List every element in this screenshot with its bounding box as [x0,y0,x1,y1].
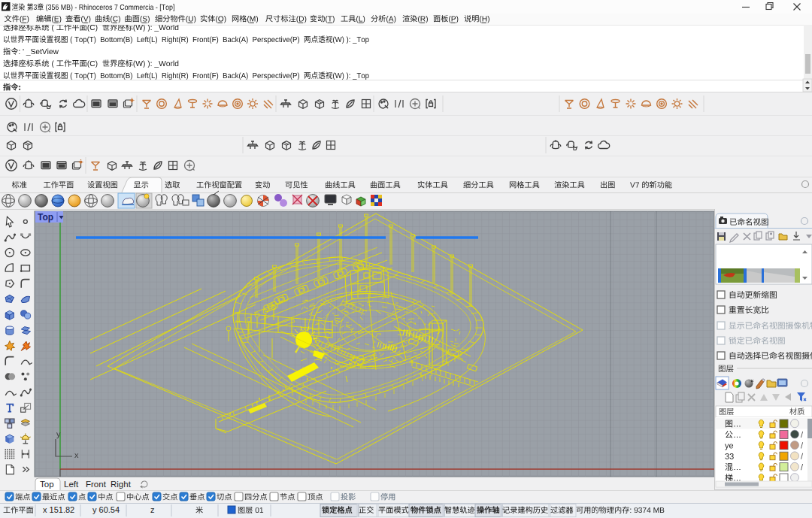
svg-text:Top: Top [40,480,54,489]
svg-text:Top: Top [38,212,53,223]
svg-text:z: z [150,505,155,514]
svg-text:Left: Left [64,480,79,489]
svg-text:x 151.82: x 151.82 [43,505,74,514]
svg-text:y 60.54: y 60.54 [92,505,120,514]
svg-text:Right: Right [111,480,132,489]
svg-text:Front: Front [86,480,107,489]
